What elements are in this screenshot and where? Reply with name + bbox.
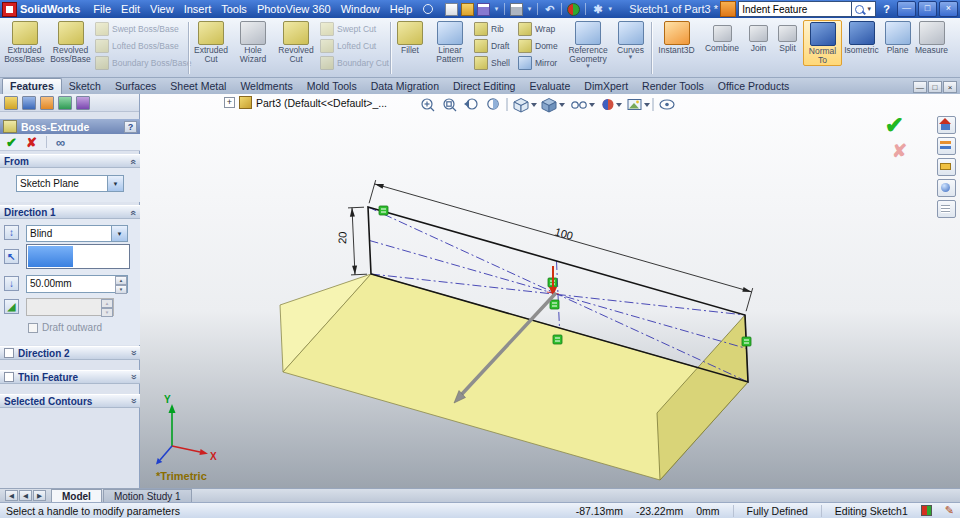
dimension-20[interactable]: 20 (336, 207, 367, 275)
search-dropdown-icon[interactable]: ▼ (866, 6, 872, 12)
previous-view-icon[interactable] (464, 99, 477, 109)
dimxpert-manager-tab-icon[interactable] (58, 96, 72, 110)
section-thin-feature-header[interactable]: Thin Feature « (0, 370, 140, 384)
section-view-icon[interactable] (488, 99, 498, 109)
tab-nav-first-button[interactable]: ◀ (5, 490, 18, 501)
tab-render-tools[interactable]: Render Tools (635, 79, 711, 94)
custom-properties-icon[interactable] (937, 200, 956, 218)
tab-evaluate[interactable]: Evaluate (522, 79, 577, 94)
swept-boss-base-button[interactable]: Swept Boss/Base (95, 21, 179, 36)
tab-dimxpert[interactable]: DimXpert (577, 79, 635, 94)
feature-manager-tab-icon[interactable] (4, 96, 18, 110)
menu-file[interactable]: File (88, 3, 116, 15)
linear-pattern-button[interactable]: Linear Pattern (428, 20, 472, 64)
tab-nav-prev-button[interactable]: ◀ (19, 490, 32, 501)
rebuild-icon[interactable] (567, 3, 580, 16)
curves-dropdown-icon[interactable]: ▼ (613, 55, 648, 60)
extruded-cut-button[interactable]: Extruded Cut (190, 20, 232, 64)
tab-direct-editing[interactable]: Direct Editing (446, 79, 522, 94)
spin-up-button[interactable]: ▲ (115, 276, 127, 285)
apply-scene-icon[interactable] (628, 100, 650, 110)
menu-edit[interactable]: Edit (116, 3, 145, 15)
display-style-icon[interactable] (542, 99, 565, 113)
section-direction1-header[interactable]: Direction 1 « (0, 205, 140, 219)
flyout-feature-tree[interactable]: + Part3 (Default<<Default>_... (224, 96, 387, 109)
section-from-header[interactable]: From « (0, 154, 140, 168)
doc-restore-button[interactable]: □ (928, 81, 942, 93)
lofted-boss-base-button[interactable]: Lofted Boss/Base (95, 38, 179, 53)
tab-motion-study[interactable]: Motion Study 1 (103, 489, 192, 503)
design-library-icon[interactable] (937, 137, 956, 155)
graphics-area[interactable]: 100 20 (140, 94, 960, 488)
from-plane-select[interactable]: Sketch Plane ▼ (16, 175, 124, 192)
combo-arrow-icon[interactable]: ▼ (111, 226, 127, 241)
split-button[interactable]: Split (773, 20, 802, 53)
depth-spinner[interactable]: 50.00mm ▲ ▼ (26, 275, 128, 293)
configuration-manager-tab-icon[interactable] (40, 96, 54, 110)
search-category-icon[interactable] (720, 1, 736, 17)
view-orientation-icon[interactable] (514, 99, 537, 113)
close-button[interactable]: × (939, 1, 958, 17)
curves-button[interactable]: Curves ▼ (613, 20, 648, 60)
join-button[interactable]: Join (745, 20, 772, 53)
ok-button[interactable]: ✔ (6, 136, 17, 149)
collapse-chevron-icon[interactable]: « (128, 159, 139, 164)
expand-chevron-icon[interactable]: « (128, 375, 139, 380)
search-button[interactable]: ▼ (852, 1, 876, 17)
tab-surfaces[interactable]: Surfaces (108, 79, 163, 94)
menu-view[interactable]: View (145, 3, 179, 15)
revolved-boss-base-button[interactable]: Revolved Boss/Base (48, 20, 93, 64)
zoom-fit-icon[interactable] (422, 99, 434, 111)
extruded-boss-base-button[interactable]: Extruded Boss/Base (2, 20, 47, 64)
tab-office-products[interactable]: Office Products (711, 79, 797, 94)
resources-home-icon[interactable] (937, 116, 956, 134)
boundary-cut-button[interactable]: Boundary Cut (320, 55, 389, 70)
lofted-cut-button[interactable]: Lofted Cut (320, 38, 376, 53)
editing-mode[interactable]: Editing Sketch1 (835, 505, 908, 517)
isometric-button[interactable]: Isometric (841, 20, 882, 55)
tab-sheet-metal[interactable]: Sheet Metal (163, 79, 233, 94)
part-tree-label[interactable]: Part3 (Default<<Default>_... (256, 97, 387, 109)
rib-button[interactable]: Rib (474, 21, 504, 36)
extrude-preview-solid[interactable] (280, 274, 748, 480)
revolved-cut-button[interactable]: Revolved Cut (274, 20, 318, 64)
property-manager-tab-icon[interactable] (22, 96, 36, 110)
options-dropdown-icon[interactable]: ▼ (607, 6, 613, 12)
hole-wizard-button[interactable]: Hole Wizard (233, 20, 273, 64)
tab-mold-tools[interactable]: Mold Tools (300, 79, 364, 94)
draft-angle-spinner[interactable]: ▲ ▼ (26, 298, 114, 316)
tab-nav-next-button[interactable]: ▶ (33, 490, 46, 501)
shell-button[interactable]: Shell (474, 55, 510, 70)
combine-button[interactable]: Combine (700, 20, 744, 53)
menu-tools[interactable]: Tools (216, 3, 252, 15)
display-manager-tab-icon[interactable] (76, 96, 90, 110)
view-settings-icon[interactable] (660, 100, 674, 109)
end-condition-select[interactable]: Blind ▼ (26, 225, 128, 242)
plane-button[interactable]: Plane (883, 20, 912, 55)
menu-window[interactable]: Window (336, 3, 385, 15)
doc-close-button[interactable]: × (943, 81, 957, 93)
normal-to-button[interactable]: Normal To (803, 20, 842, 66)
confirm-ok-button[interactable]: ✔ (885, 114, 904, 137)
doc-minimize-button[interactable]: — (913, 81, 927, 93)
appearances-icon[interactable] (937, 179, 956, 197)
tab-features[interactable]: Features (2, 78, 62, 94)
measure-button[interactable]: Measure (913, 20, 950, 55)
boundary-boss-base-button[interactable]: Boundary Boss/Base (95, 55, 191, 70)
tree-expander-icon[interactable]: + (224, 97, 235, 108)
tab-sketch[interactable]: Sketch (62, 79, 108, 94)
pm-help-button[interactable]: ? (124, 121, 137, 133)
confirm-cancel-button[interactable]: ✘ (892, 142, 907, 160)
draft-button[interactable]: Draft (474, 38, 509, 53)
quick-tips-icon[interactable] (921, 505, 932, 516)
expand-chevron-icon[interactable]: « (128, 399, 139, 404)
print-dropdown-icon[interactable]: ▼ (526, 6, 532, 12)
search-input[interactable] (738, 1, 852, 17)
expand-chevron-icon[interactable]: « (128, 351, 139, 356)
wrap-button[interactable]: Wrap (518, 21, 555, 36)
menu-help[interactable]: Help (385, 3, 418, 15)
tab-data-migration[interactable]: Data Migration (364, 79, 446, 94)
thin-feature-checkbox[interactable] (4, 372, 14, 382)
tab-model[interactable]: Model (51, 489, 102, 503)
file-explorer-icon[interactable] (937, 158, 956, 176)
